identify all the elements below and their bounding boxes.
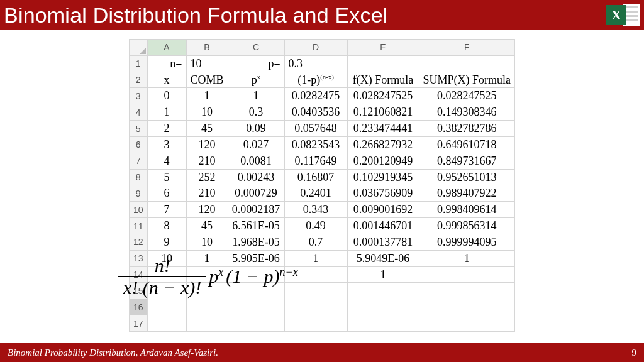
header-fx[interactable]: f(X) Formula	[347, 72, 419, 88]
row-header-5[interactable]: 5	[129, 121, 147, 137]
cell-comb[interactable]: 120	[186, 202, 228, 218]
cell-qnx[interactable]: 0.0823543	[284, 136, 347, 153]
row-header-16[interactable]: 16	[129, 299, 147, 315]
cell[interactable]	[284, 315, 347, 332]
cell[interactable]	[147, 315, 186, 332]
row-header-2[interactable]: 2	[129, 72, 147, 88]
p-label[interactable]: p=	[228, 55, 284, 72]
cell-comb[interactable]: 10	[186, 104, 228, 121]
cell-px[interactable]: 1.968E-05	[228, 234, 284, 250]
cell[interactable]	[186, 299, 228, 315]
header-px[interactable]: px	[228, 72, 284, 88]
row-header-1[interactable]: 1	[129, 55, 147, 72]
cell[interactable]	[347, 55, 419, 72]
cell-qnx[interactable]: 0.0403536	[284, 104, 347, 121]
n-value[interactable]: 10	[186, 55, 228, 72]
cell[interactable]	[147, 299, 186, 315]
cell-px[interactable]: 0.0081	[228, 153, 284, 169]
cell-fx[interactable]: 0.266827932	[347, 136, 419, 153]
cell-px[interactable]: 0.3	[228, 104, 284, 121]
cell-sump[interactable]: 0.952651013	[419, 169, 515, 185]
row-header-9[interactable]: 9	[129, 185, 147, 202]
cell-qnx[interactable]: 0.057648	[284, 121, 347, 137]
cell-comb[interactable]: 1	[186, 88, 228, 104]
cell-fx[interactable]: 0.000137781	[347, 234, 419, 250]
col-header-F[interactable]: F	[419, 40, 515, 56]
cell-sump[interactable]: 0.382782786	[419, 121, 515, 137]
cell-comb[interactable]: 45	[186, 218, 228, 234]
cell-qnx[interactable]: 0.0282475	[284, 88, 347, 104]
cell-qnx[interactable]: 0.16807	[284, 169, 347, 185]
col-header-E[interactable]: E	[347, 40, 419, 56]
cell-fx[interactable]: 0.233474441	[347, 121, 419, 137]
col-header-B[interactable]: B	[186, 40, 228, 56]
cell-sump[interactable]: 0.649610718	[419, 136, 515, 153]
row-header-10[interactable]: 10	[129, 202, 147, 218]
cell-comb[interactable]: 252	[186, 169, 228, 185]
cell-fx[interactable]: 0.200120949	[347, 153, 419, 169]
cell-px[interactable]: 1	[228, 88, 284, 104]
cell[interactable]	[347, 299, 419, 315]
n-label[interactable]: n=	[147, 55, 186, 72]
header-x[interactable]: x	[147, 72, 186, 88]
p-value[interactable]: 0.3	[284, 55, 347, 72]
cell[interactable]	[228, 315, 284, 332]
cell-fx[interactable]: 0.121060821	[347, 104, 419, 121]
header-sump[interactable]: SUMP(X) Formula	[419, 72, 515, 88]
cell-sump[interactable]: 0.028247525	[419, 88, 515, 104]
cell[interactable]	[347, 315, 419, 332]
cell-sump[interactable]: 0.999856314	[419, 218, 515, 234]
cell-qnx[interactable]: 0.343	[284, 202, 347, 218]
cell-x[interactable]: 9	[147, 234, 186, 250]
cell[interactable]	[419, 55, 515, 72]
header-qnx[interactable]: (1-p)(n-x)	[284, 72, 347, 88]
row-header-3[interactable]: 3	[129, 88, 147, 104]
cell-px[interactable]: 0.0002187	[228, 202, 284, 218]
cell-px[interactable]: 0.09	[228, 121, 284, 137]
cell-fx[interactable]: 0.009001692	[347, 202, 419, 218]
row-header-11[interactable]: 11	[129, 218, 147, 234]
cell-px[interactable]: 0.000729	[228, 185, 284, 202]
cell-x[interactable]: 1	[147, 104, 186, 121]
cell-fx[interactable]: 0.036756909	[347, 185, 419, 202]
cell-px[interactable]: 0.027	[228, 136, 284, 153]
cell-x[interactable]: 0	[147, 88, 186, 104]
cell-qnx[interactable]: 0.2401	[284, 185, 347, 202]
cell-comb[interactable]: 210	[186, 185, 228, 202]
row-header-17[interactable]: 17	[129, 315, 147, 332]
cell[interactable]	[419, 315, 515, 332]
cell-sump[interactable]: 1	[419, 250, 515, 266]
col-header-D[interactable]: D	[284, 40, 347, 56]
header-comb[interactable]: COMB	[186, 72, 228, 88]
cell-x[interactable]: 7	[147, 202, 186, 218]
select-all-corner[interactable]	[129, 40, 147, 56]
row-header-7[interactable]: 7	[129, 153, 147, 169]
cell-comb[interactable]: 45	[186, 121, 228, 137]
cell-fx[interactable]: 0.028247525	[347, 88, 419, 104]
cell[interactable]	[419, 283, 515, 299]
cell-sump[interactable]: 0.989407922	[419, 185, 515, 202]
cell-comb[interactable]: 120	[186, 136, 228, 153]
cell[interactable]	[228, 299, 284, 315]
cell-comb[interactable]: 10	[186, 234, 228, 250]
cell-fx[interactable]: 0.001446701	[347, 218, 419, 234]
cell-x[interactable]: 5	[147, 169, 186, 185]
cell-x[interactable]: 4	[147, 153, 186, 169]
cell-x[interactable]: 3	[147, 136, 186, 153]
cell-fx[interactable]: 0.102919345	[347, 169, 419, 185]
cell-x[interactable]: 2	[147, 121, 186, 137]
cell-qnx[interactable]: 0.49	[284, 218, 347, 234]
row-header-6[interactable]: 6	[129, 136, 147, 153]
row-header-12[interactable]: 12	[129, 234, 147, 250]
row-header-4[interactable]: 4	[129, 104, 147, 121]
cell-x[interactable]: 6	[147, 185, 186, 202]
cell[interactable]	[284, 299, 347, 315]
cell-sump[interactable]: 0.149308346	[419, 104, 515, 121]
col-header-A[interactable]: A	[147, 40, 186, 56]
cell-sump[interactable]: 0.998409614	[419, 202, 515, 218]
cell-comb[interactable]: 210	[186, 153, 228, 169]
cell[interactable]: 1	[347, 266, 419, 283]
cell-px[interactable]: 6.561E-05	[228, 218, 284, 234]
col-header-C[interactable]: C	[228, 40, 284, 56]
cell-qnx[interactable]: 0.117649	[284, 153, 347, 169]
